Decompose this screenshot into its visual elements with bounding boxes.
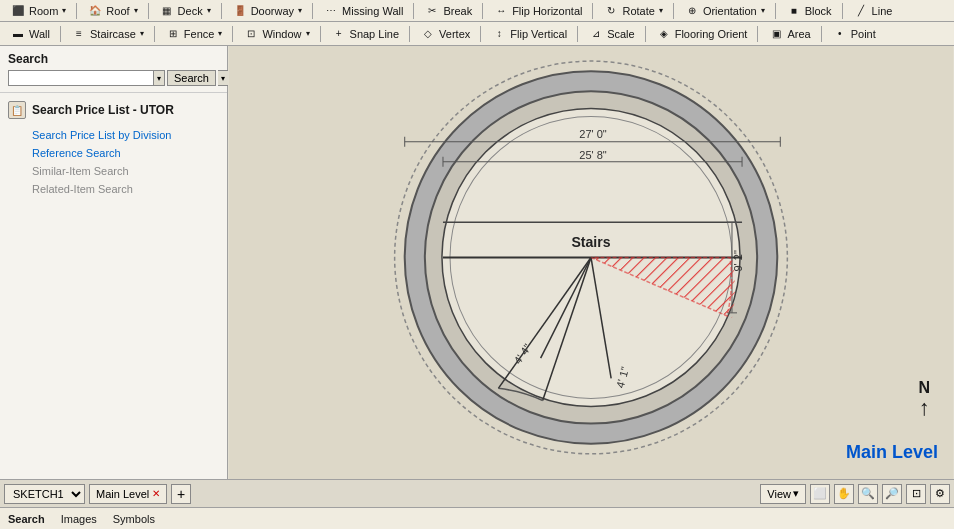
- deck-button[interactable]: ▦ Deck ▾: [153, 1, 217, 21]
- point-button[interactable]: • Point: [826, 24, 882, 44]
- tab-search[interactable]: Search: [0, 511, 53, 527]
- break-label: Break: [443, 5, 472, 17]
- orientation-arrow: ▾: [761, 6, 765, 15]
- missing-wall-button[interactable]: ⋯ Missing Wall: [317, 1, 409, 21]
- link-reference[interactable]: Reference Search: [32, 147, 219, 159]
- canvas-area[interactable]: Stairs 27' 0" 25' 8" 9' 2": [228, 46, 954, 479]
- add-level-button[interactable]: +: [171, 484, 191, 504]
- room-label: Room: [29, 5, 58, 17]
- flip-horizontal-label: Flip Horizontal: [512, 5, 582, 17]
- fullscreen-button[interactable]: ⬜: [810, 484, 830, 504]
- price-list-title: Search Price List - UTOR: [32, 103, 174, 117]
- rotate-arrow: ▾: [659, 6, 663, 15]
- main-level-text: Main Level: [846, 442, 938, 463]
- search-input-dropdown[interactable]: ▾: [153, 71, 164, 85]
- price-list-icon: 📋: [8, 101, 26, 119]
- link-by-division[interactable]: Search Price List by Division: [32, 129, 219, 141]
- flooring-orient-button[interactable]: ◈ Flooring Orient: [650, 24, 754, 44]
- hand-icon: ✋: [837, 487, 851, 500]
- sep3: [221, 3, 222, 19]
- level-close-icon[interactable]: ✕: [152, 488, 160, 499]
- fence-arrow: ▾: [218, 29, 222, 38]
- scale-button[interactable]: ⊿ Scale: [582, 24, 641, 44]
- sep17: [577, 26, 578, 42]
- sep8: [673, 3, 674, 19]
- toolbar-row1: ⬛ Room ▾ 🏠 Roof ▾ ▦ Deck ▾ 🚪 Doorway ▾ ⋯…: [0, 0, 954, 22]
- view-button[interactable]: View ▾: [760, 484, 806, 504]
- flip-horizontal-button[interactable]: ↔ Flip Horizontal: [487, 1, 588, 21]
- toolbar-row2: ▬ Wall ≡ Staircase ▾ ⊞ Fence ▾ ⊡ Window …: [0, 22, 954, 46]
- tab-images[interactable]: Images: [53, 511, 105, 527]
- doorway-arrow: ▾: [298, 6, 302, 15]
- search-input[interactable]: [9, 71, 153, 85]
- price-list-header: 📋 Search Price List - UTOR: [8, 101, 219, 119]
- doorway-icon: 🚪: [232, 3, 248, 19]
- flip-vertical-icon: ↕: [491, 26, 507, 42]
- flip-vertical-button[interactable]: ↕ Flip Vertical: [485, 24, 573, 44]
- rotate-icon: ↻: [603, 3, 619, 19]
- zoom-out-button[interactable]: 🔍: [858, 484, 878, 504]
- staircase-arrow: ▾: [140, 29, 144, 38]
- break-button[interactable]: ✂ Break: [418, 1, 478, 21]
- window-label: Window: [262, 28, 301, 40]
- price-list-section: 📋 Search Price List - UTOR Search Price …: [0, 93, 227, 203]
- level-tab-label: Main Level: [96, 488, 149, 500]
- sep9: [775, 3, 776, 19]
- link-similar[interactable]: Similar-Item Search: [32, 165, 219, 177]
- window-arrow: ▾: [306, 29, 310, 38]
- svg-text:27' 0": 27' 0": [579, 128, 607, 140]
- wall-label: Wall: [29, 28, 50, 40]
- zoom-in-button[interactable]: 🔎: [882, 484, 902, 504]
- search-heading: Search: [8, 52, 219, 66]
- sep7: [592, 3, 593, 19]
- svg-text:25' 8": 25' 8": [579, 149, 607, 161]
- missing-wall-icon: ⋯: [323, 3, 339, 19]
- window-button[interactable]: ⊡ Window ▾: [237, 24, 315, 44]
- doorway-button[interactable]: 🚪 Doorway ▾: [226, 1, 308, 21]
- fit-button[interactable]: ⊡: [906, 484, 926, 504]
- flooring-orient-label: Flooring Orient: [675, 28, 748, 40]
- block-button[interactable]: ■ Block: [780, 1, 838, 21]
- area-icon: ▣: [768, 26, 784, 42]
- sep18: [645, 26, 646, 42]
- room-button[interactable]: ⬛ Room ▾: [4, 1, 72, 21]
- flooring-orient-icon: ◈: [656, 26, 672, 42]
- view-label: View: [767, 488, 791, 500]
- staircase-button[interactable]: ≡ Staircase ▾: [65, 24, 150, 44]
- area-button[interactable]: ▣ Area: [762, 24, 816, 44]
- view-arrow: ▾: [793, 487, 799, 500]
- tab-symbols[interactable]: Symbols: [105, 511, 163, 527]
- link-related[interactable]: Related-Item Search: [32, 183, 219, 195]
- snap-line-icon: +: [331, 26, 347, 42]
- search-row: ▾ Search ▾: [8, 70, 219, 86]
- vertex-button[interactable]: ◇ Vertex: [414, 24, 476, 44]
- sep6: [482, 3, 483, 19]
- fence-button[interactable]: ⊞ Fence ▾: [159, 24, 229, 44]
- sep14: [320, 26, 321, 42]
- orientation-button[interactable]: ⊕ Orientation ▾: [678, 1, 771, 21]
- settings-button[interactable]: ⚙: [930, 484, 950, 504]
- rotate-button[interactable]: ↻ Rotate ▾: [597, 1, 668, 21]
- wall-button[interactable]: ▬ Wall: [4, 24, 56, 44]
- status-bar: Search Images Symbols: [0, 507, 954, 529]
- sep5: [413, 3, 414, 19]
- sketch-select[interactable]: SKETCH1: [4, 484, 85, 504]
- scale-label: Scale: [607, 28, 635, 40]
- point-icon: •: [832, 26, 848, 42]
- sep10: [842, 3, 843, 19]
- sep4: [312, 3, 313, 19]
- level-tab[interactable]: Main Level ✕: [89, 484, 167, 504]
- search-button[interactable]: Search: [167, 70, 216, 86]
- fit-icon: ⊡: [912, 487, 921, 500]
- left-panel: Search ▾ Search ▾ 📋 Search Price List - …: [0, 46, 228, 479]
- room-arrow: ▾: [62, 6, 66, 15]
- snap-line-button[interactable]: + Snap Line: [325, 24, 406, 44]
- roof-button[interactable]: 🏠 Roof ▾: [81, 1, 143, 21]
- search-input-wrap: ▾: [8, 70, 165, 86]
- orientation-icon: ⊕: [684, 3, 700, 19]
- fence-label: Fence: [184, 28, 215, 40]
- line-button[interactable]: ╱ Line: [847, 1, 899, 21]
- break-icon: ✂: [424, 3, 440, 19]
- hand-tool-button[interactable]: ✋: [834, 484, 854, 504]
- zoom-out-icon: 🔍: [861, 487, 875, 500]
